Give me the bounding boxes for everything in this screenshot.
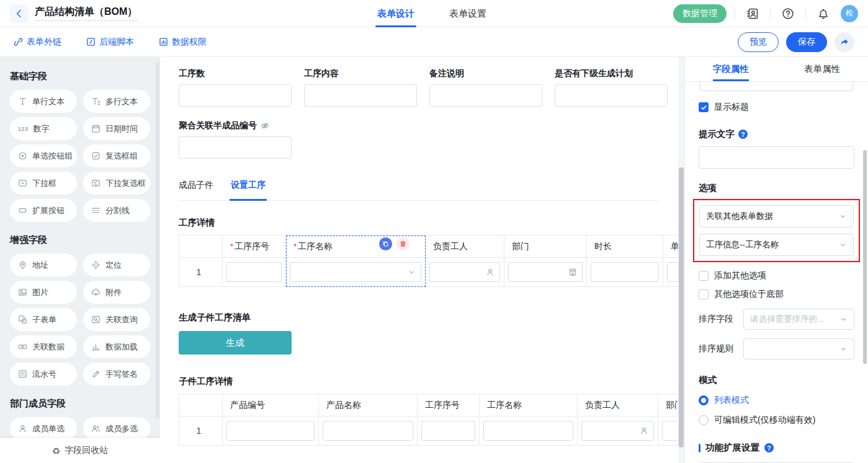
field-item-checkbox-group[interactable]: 复选框组 [83,144,150,167]
field-item-serial-number[interactable]: 流水号 [10,363,77,386]
field-item-location[interactable]: 定位 [83,254,150,276]
option-field-select[interactable]: 工序信息--工序名称 [699,234,854,256]
form-canvas: 工序数 工序内容 备注说明 是否有下级生成计划 聚合关联半 [160,57,678,463]
department-picker-input[interactable] [508,262,583,282]
worker-picker-input[interactable] [429,262,500,282]
field-item-image[interactable]: 图片 [10,281,77,304]
preview-button[interactable]: 预览 [738,32,779,52]
other-option-bottom-checkbox[interactable]: 其他选项位于底部 [699,289,854,300]
sub-table-header: 产品编号 产品名称 工序序号 工序名称 负责工人 部门 [179,394,678,417]
field-item-lookup[interactable]: 关联查询 [83,308,150,331]
remark-input[interactable] [429,84,542,107]
sidebar-scrollbar[interactable] [156,62,159,419]
generate-button[interactable]: 生成 [179,331,292,355]
field-item-linked-data[interactable]: 关联数据 [10,335,77,358]
user-avatar[interactable]: 检 [841,5,858,22]
option-source-select[interactable]: 关联其他表单数据 [699,205,854,227]
field-item-extend-button[interactable]: 扩展按钮 [10,199,77,222]
sort-rule-select[interactable] [743,338,854,359]
field-item-signature[interactable]: 手写签名 [83,363,150,386]
sort-rule-label: 排序规则 [699,343,737,355]
tab-field-properties[interactable]: 字段属性 [685,57,777,81]
aggregated-code-input[interactable] [179,136,292,159]
delete-column-button[interactable] [396,237,409,250]
mode-label: 模式 [699,374,854,386]
col-worker: 负责工人 [426,236,504,258]
field-item-select[interactable]: 下拉框 [10,172,77,195]
field-item-member-multi[interactable]: 成员多选 [83,417,150,440]
field-has-subplan[interactable]: 是否有下级生成计划 [555,68,668,107]
field-item-radio-group[interactable]: 单选按钮组 [10,144,77,167]
field-item-number[interactable]: 123 数字 [10,117,77,140]
sub-worker-picker-input[interactable] [581,421,654,441]
field-remark[interactable]: 备注说明 [429,68,542,107]
share-button[interactable] [834,32,854,52]
chevron-down-icon [839,213,847,221]
mode-editable-radio[interactable]: 可编辑模式(仅移动端有效) [699,415,854,426]
field-item-datetime[interactable]: 日期时间 [83,117,150,140]
enhanced-fields-grid: 地址 定位 图片 附件 子表单 [10,254,150,386]
field-item-multi-select[interactable]: 下拉复选框 [83,172,150,195]
tab-form-properties[interactable]: 表单属性 [777,57,868,81]
field-item-single-line-text[interactable]: 单行文本 [10,90,77,113]
form-title[interactable]: 产品结构清单（BOM） [35,6,137,21]
chevron-left-icon [14,9,24,19]
help-icon[interactable] [779,4,797,23]
data-permission-button[interactable]: 数据权限 [159,37,207,48]
tab-setup-process[interactable]: 设置工序 [231,180,266,200]
process-name-select[interactable] [290,262,421,282]
help-circle-icon[interactable]: ? [738,130,748,139]
help-circle-icon[interactable]: ? [764,443,774,452]
sub-department-input[interactable] [662,421,678,441]
basic-fields-grid: 单行文本 多行文本 123 数字 日期时间 单选按钮组 [10,90,150,222]
field-item-data-load[interactable]: 数据加载 [83,335,150,358]
show-title-checkbox[interactable]: 显示标题 [699,102,854,113]
back-button[interactable] [10,4,29,23]
process-table-row: 1 [179,258,678,286]
external-link-button[interactable]: 表单外链 [14,37,61,48]
backend-script-button[interactable]: 后端脚本 [86,37,134,48]
tab-form-settings[interactable]: 表单设置 [449,0,486,27]
duration-input[interactable] [591,262,659,282]
field-process-content[interactable]: 工序内容 [304,68,417,107]
sort-field-select[interactable]: 请选择需要排序的... [743,309,854,330]
field-item-subform[interactable]: 子表单 [10,308,77,331]
serial-number-icon [18,369,27,379]
link-icon [14,37,23,46]
notification-bell-icon[interactable] [814,4,833,23]
sub-process-seq-input[interactable] [421,421,475,441]
process-content-input[interactable] [304,84,417,107]
process-seq-input[interactable] [226,262,282,282]
unit-price-input[interactable] [667,262,678,282]
field-item-divider[interactable]: 分割线 [83,199,150,222]
options-label: 选项 [699,182,854,194]
product-name-input[interactable] [323,421,413,441]
canvas-scrollbar[interactable] [678,57,684,463]
mode-list-radio[interactable]: 列表模式 [699,395,854,406]
canvas-scrollbar-thumb[interactable] [679,167,684,448]
field-process-count[interactable]: 工序数 [179,68,292,107]
field-item-member-single[interactable]: 成员单选 [10,417,77,440]
sub-process-name-input[interactable] [483,421,573,441]
data-manage-button[interactable]: 数据管理 [673,4,727,23]
panel-scrollbar-thumb[interactable] [863,150,867,364]
col-product-code: 产品编号 [223,394,319,417]
contacts-book-icon[interactable] [743,4,762,23]
field-item-multi-line-text[interactable]: 多行文本 [83,90,150,113]
col-sub-process-seq: 工序序号 [418,394,480,417]
field-item-address[interactable]: 地址 [10,254,77,276]
forward-arrow-icon [839,37,849,47]
save-button[interactable]: 保存 [786,32,827,52]
product-code-input[interactable] [226,421,315,441]
hint-text-input[interactable] [699,146,854,169]
has-subplan-input[interactable] [555,84,668,107]
field-item-attachment[interactable]: 附件 [83,281,150,304]
field-recycle-bin-button[interactable]: ♻ 字段回收站 [0,438,160,463]
copy-column-button[interactable] [379,237,392,250]
field-aggregated-semi-product-code[interactable]: 聚合关联半成品编号 [179,120,292,159]
field-title-input-partial[interactable] [700,82,853,91]
process-count-input[interactable] [179,84,292,107]
tab-form-design[interactable]: 表单设计 [377,0,414,27]
tab-product-parts[interactable]: 成品子件 [179,180,213,200]
add-other-option-checkbox[interactable]: 添加其他选项 [699,270,854,281]
